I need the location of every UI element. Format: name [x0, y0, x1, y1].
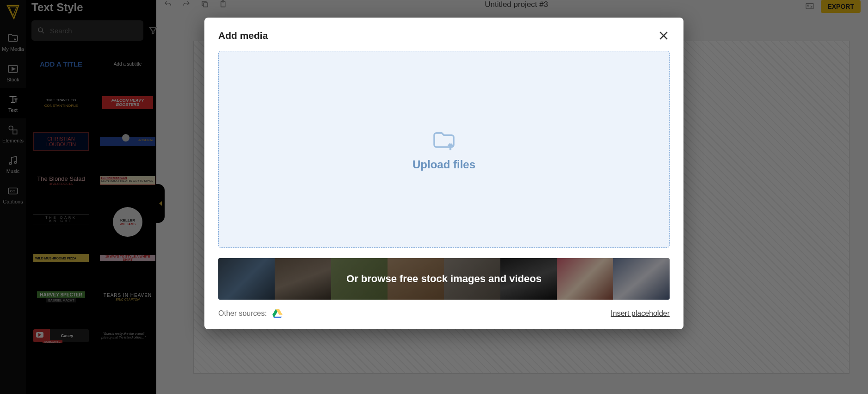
google-drive-icon [272, 309, 283, 318]
close-button[interactable] [658, 30, 670, 42]
stock-banner-label: Or browse free stock images and videos [218, 258, 670, 300]
other-sources-label: Other sources: [218, 309, 267, 318]
upload-label: Upload files [412, 158, 475, 171]
google-drive-button[interactable] [272, 309, 283, 318]
modal-title: Add media [218, 30, 268, 41]
other-sources: Other sources: [218, 309, 283, 318]
close-icon [658, 30, 670, 42]
browse-stock-banner[interactable]: Or browse free stock images and videos [218, 258, 670, 300]
upload-dropzone[interactable]: Upload files [218, 51, 670, 248]
insert-placeholder-link[interactable]: Insert placeholder [611, 309, 670, 318]
add-media-modal: Add media Upload files Or browse free st… [204, 18, 683, 329]
upload-folder-icon [431, 128, 457, 154]
